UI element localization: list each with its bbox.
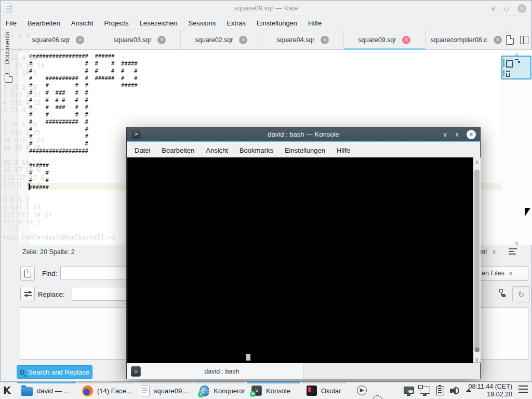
- menu-bearbeiten[interactable]: Bearbeiten: [162, 147, 194, 154]
- kate-close-icon[interactable]: ×: [517, 4, 526, 13]
- kate-maximize-icon[interactable]: ◇: [504, 5, 509, 12]
- panel-menu-icon[interactable]: [518, 385, 528, 395]
- konsole-tab-david-bash[interactable]: > david : bash: [127, 363, 303, 379]
- refresh-search-button[interactable]: ↻: [512, 286, 530, 302]
- add-search-tab-button[interactable]: [20, 266, 35, 281]
- minimap-viewport[interactable]: [501, 56, 531, 79]
- tab-square09-active[interactable]: square09.sqr ×: [344, 30, 425, 50]
- find-label: Find:: [42, 270, 57, 277]
- replace-label: Replace:: [38, 290, 64, 298]
- kate-document-icon: [141, 385, 150, 396]
- folder-icon: [21, 387, 33, 396]
- okular-icon: [307, 385, 317, 396]
- menu-ansicht[interactable]: Ansicht: [206, 147, 228, 154]
- menu-extras[interactable]: Extras: [227, 19, 246, 27]
- tab-close-icon[interactable]: ×: [239, 36, 247, 44]
- plus-badge: +: [198, 392, 204, 397]
- replace-options-button[interactable]: [20, 287, 35, 301]
- terminal-output: 8 7 8 8 3 3 4 5 3 15 4 14 12 15 10 14 12…: [3, 32, 116, 241]
- digital-clock[interactable]: 08:11:44 (CET) 19.02.20: [468, 383, 512, 398]
- konsole-minimize-icon[interactable]: ∨: [443, 131, 447, 138]
- konsole-tabbar: > david : bash: [127, 363, 480, 379]
- tab-close-icon[interactable]: ×: [402, 36, 410, 44]
- screens-tray-icon[interactable]: [420, 385, 430, 396]
- task-kate[interactable]: square09....: [137, 382, 193, 399]
- menu-file[interactable]: File: [6, 19, 17, 27]
- menu-einstellungen[interactable]: Einstellungen: [285, 147, 325, 154]
- konsole-titlebar[interactable]: > david : bash — Konsole ∨ ∧ ×: [127, 127, 480, 142]
- tab-squarecompiler08[interactable]: squarecompiler08.c ×: [425, 30, 507, 50]
- task-dolphin[interactable]: david — ...: [17, 382, 76, 399]
- task-firefox[interactable]: (14) Face...: [78, 382, 135, 399]
- kate-minimize-icon[interactable]: ∨: [490, 5, 496, 12]
- split-view-icon[interactable]: [520, 36, 528, 44]
- terminal-screen[interactable]: [127, 157, 473, 363]
- menu-bearbeiten[interactable]: Bearbeiten: [28, 19, 60, 27]
- search-scope-dropdown[interactable]: en Files ∨: [477, 266, 528, 281]
- kate-menubar: File Bearbeiten Ansicht Projects Lesezei…: [1, 16, 531, 30]
- scroll-up-icon[interactable]: ∧: [473, 158, 481, 166]
- plus-badge: +: [250, 391, 256, 397]
- tab-square02[interactable]: square02.sqr ×: [181, 30, 262, 50]
- clock-date: 19.02.20: [468, 391, 512, 398]
- konsole-maximize-icon[interactable]: ∧: [455, 131, 459, 138]
- tab-close-icon[interactable]: ×: [321, 36, 329, 44]
- terminal-scrollbar-thumb[interactable]: [474, 169, 480, 352]
- menu-projects[interactable]: Projects: [104, 19, 128, 27]
- konsole-icon: > +: [251, 385, 262, 396]
- konqueror-globe-icon: +: [200, 385, 209, 396]
- tab-close-icon[interactable]: ×: [157, 36, 166, 44]
- konsole-close-icon[interactable]: ×: [467, 130, 476, 139]
- cursor-position-status: Zeile: 20 Spalte: 2: [22, 248, 75, 256]
- application-launcher-icon[interactable]: K: [3, 384, 11, 396]
- menu-einstellungen[interactable]: Einstellungen: [257, 19, 297, 27]
- line-settings-icon[interactable]: [509, 248, 517, 255]
- kate-titlebar[interactable]: square09.sqr — Kate ∨ ◇ ×: [1, 1, 531, 16]
- search-icon: [20, 370, 24, 375]
- tab-close-icon[interactable]: ×: [494, 36, 502, 44]
- konsole-window-title: david : bash — Konsole: [127, 130, 480, 138]
- volume-tray-icon[interactable]: [450, 385, 461, 397]
- mouse-pointer: [525, 208, 530, 217]
- chevron-down-icon: ∨: [509, 270, 513, 277]
- menu-hilfe[interactable]: Hilfe: [308, 19, 322, 27]
- chevron-down-icon: ∨: [492, 248, 496, 255]
- terminal-cursor: [246, 354, 250, 361]
- media-player-tray-icon[interactable]: ▶: [357, 385, 367, 395]
- scrollbar-dot: [475, 348, 480, 352]
- clock-time: 08:11:44 (CET): [468, 383, 512, 391]
- menu-hilfe[interactable]: Hilfe: [337, 147, 350, 154]
- expand-results-icon[interactable]: [497, 289, 506, 298]
- task-konqueror[interactable]: + Konqueror: [195, 382, 245, 399]
- clipboard-tray-icon[interactable]: [436, 385, 447, 396]
- tab-square04[interactable]: square04.sqr ×: [262, 30, 344, 50]
- firefox-icon: [82, 385, 93, 396]
- menu-bookmarks[interactable]: Bookmarks: [240, 147, 273, 154]
- menu-ansicht[interactable]: Ansicht: [71, 19, 94, 27]
- display-tray-icon[interactable]: [404, 385, 414, 396]
- task-konsole[interactable]: > + Konsole: [247, 382, 300, 399]
- menu-sessions[interactable]: Sessions: [188, 19, 216, 27]
- menu-lesezeichen[interactable]: Lesezeichen: [139, 19, 177, 27]
- scroll-down-icon[interactable]: ∨: [473, 356, 481, 363]
- konsole-menubar: Datei Bearbeiten Ansicht Bookmarks Einst…: [127, 143, 480, 157]
- kate-window-title: square09.sqr — Kate: [1, 1, 531, 16]
- new-document-icon[interactable]: [506, 35, 514, 45]
- refresh-icon: ↻: [518, 290, 525, 299]
- menu-datei[interactable]: Datei: [135, 147, 150, 154]
- search-and-replace-toolview-button[interactable]: Search and Replace: [17, 365, 92, 379]
- konsole-window: > david : bash — Konsole ∨ ∧ × Datei Bea…: [126, 127, 481, 379]
- task-okular[interactable]: Okular: [302, 382, 346, 399]
- terminal-tab-icon: >: [131, 366, 141, 377]
